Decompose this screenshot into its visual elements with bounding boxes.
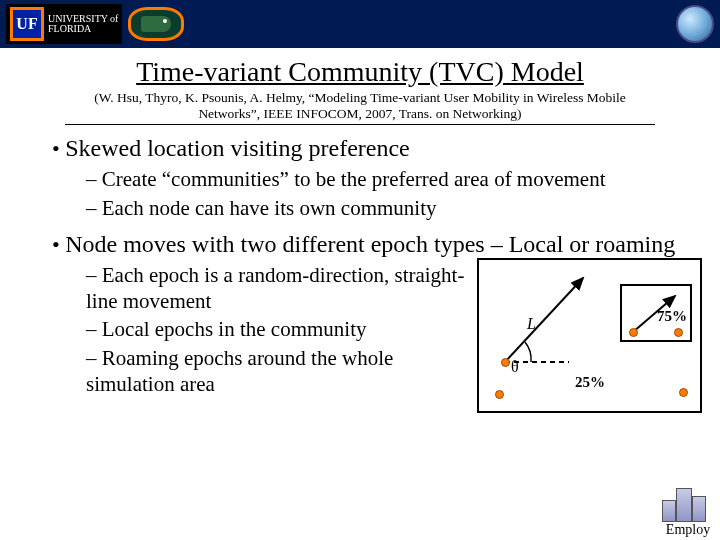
sub-list-1: Create “communities” to be the preferred…	[52, 166, 720, 221]
employ-corner: Employ	[660, 486, 716, 538]
inner-percent-label: 75%	[657, 308, 687, 325]
top-bullet-list: Skewed location visiting preference Crea…	[0, 135, 720, 413]
sub-local-epochs: Local epochs in the community	[86, 316, 471, 342]
globe-icon	[676, 5, 714, 43]
sub-list-2: Each epoch is a random-direction, straig…	[52, 262, 477, 399]
sub-communities: Create “communities” to be the preferred…	[86, 166, 720, 192]
node-dot	[495, 390, 504, 399]
uf-wordmark: UNIVERSITY of FLORIDA	[48, 14, 118, 35]
gators-logo	[128, 7, 184, 41]
citation-line-1: (W. Hsu, Thyro, K. Psounis, A. Helmy, “M…	[28, 90, 692, 106]
gator-head-icon	[141, 16, 171, 32]
sub-roaming-epochs: Roaming epochs around the whole simulati…	[86, 345, 471, 398]
length-label: L	[527, 315, 536, 333]
node-dot	[679, 388, 688, 397]
node-dot	[674, 328, 683, 337]
slide-title: Time-variant Community (TVC) Model	[0, 56, 720, 88]
uf-logo: UF UNIVERSITY of FLORIDA	[6, 4, 122, 44]
svg-line-1	[505, 278, 583, 362]
citation-line-2: Networks”, IEEE INFOCOM, 2007, Trans. on…	[65, 106, 655, 125]
movement-diagram: L θ 75% 25%	[477, 258, 702, 413]
angle-label: θ	[511, 358, 519, 376]
simulation-area-rect: L θ 75% 25%	[477, 258, 702, 413]
sub-epoch-random: Each epoch is a random-direction, straig…	[86, 262, 471, 315]
bullet-node-moves: Node moves with two different epoch type…	[52, 231, 720, 413]
bullet-skewed-preference-text: Skewed location visiting preference	[65, 135, 410, 161]
node-dot	[629, 328, 638, 337]
employ-label: Employ	[660, 522, 716, 538]
node-dot	[501, 358, 510, 367]
uf-block-icon: UF	[10, 7, 44, 41]
citation-block: (W. Hsu, Thyro, K. Psounis, A. Helmy, “M…	[28, 90, 692, 125]
header-bar: UF UNIVERSITY of FLORIDA	[0, 0, 720, 48]
bullet-skewed-preference: Skewed location visiting preference Crea…	[52, 135, 720, 221]
buildings-icon	[660, 486, 716, 522]
bullet-node-moves-text: Node moves with two different epoch type…	[65, 231, 675, 257]
outer-percent-label: 25%	[575, 374, 605, 391]
uf-wordmark-line2: FLORIDA	[48, 24, 118, 35]
sub-each-node: Each node can have its own community	[86, 195, 720, 221]
